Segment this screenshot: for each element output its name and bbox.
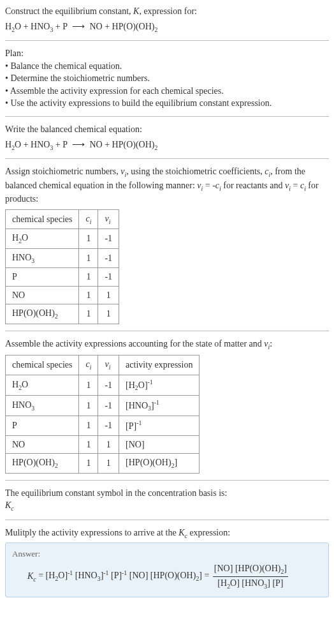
divider bbox=[5, 520, 329, 520]
species-cell: HP(O)(OH)2 bbox=[6, 304, 79, 324]
species-cell: NO bbox=[6, 286, 79, 304]
multiply-text: Mulitply the activity expressions to arr… bbox=[5, 527, 329, 541]
ci-cell: 1 bbox=[79, 454, 98, 474]
col-vi: νi bbox=[98, 356, 119, 375]
plan-bullet-3: • Assemble the activity expression for e… bbox=[5, 85, 329, 98]
species-cell: HNO3 bbox=[6, 396, 79, 416]
species-cell: HNO3 bbox=[6, 248, 79, 268]
answer-label: Answer: bbox=[12, 548, 322, 560]
intro-text: Construct the equilibrium constant, K, e… bbox=[5, 5, 329, 18]
answer-box: Answer: Kc = [H2O]-1 [HNO3]-1 [P]-1 [NO]… bbox=[5, 543, 329, 597]
plan-section: Plan: • Balance the chemical equation. •… bbox=[5, 47, 329, 110]
table-row: H2O 1 -1 [H2O]-1 bbox=[6, 375, 200, 395]
multiply-section: Mulitply the activity expressions to arr… bbox=[5, 527, 329, 598]
divider bbox=[5, 331, 329, 331]
table-row: HP(O)(OH)2 1 1 [HP(O)(OH)2] bbox=[6, 454, 200, 474]
activity-section: Assemble the activity expressions accoun… bbox=[5, 338, 329, 474]
vi-cell: -1 bbox=[98, 396, 119, 416]
table-header-row: chemical species ci νi activity expressi… bbox=[6, 356, 200, 375]
divider bbox=[5, 40, 329, 41]
table-header-row: chemical species ci νi bbox=[6, 209, 119, 229]
ci-cell: 1 bbox=[79, 304, 98, 324]
species-cell: H2O bbox=[6, 375, 79, 395]
ci-cell: 1 bbox=[79, 375, 98, 395]
vi-cell: -1 bbox=[98, 268, 119, 287]
symbol-section: The equilibrium constant symbol in the c… bbox=[5, 487, 329, 513]
plan-heading: Plan: bbox=[5, 47, 329, 60]
table-row: H2O 1 -1 bbox=[6, 229, 119, 249]
vi-cell: 1 bbox=[98, 304, 119, 324]
balanced-equation: H2O + HNO3 + P ⟶ NO + HP(O)(OH)2 bbox=[5, 139, 329, 153]
divider bbox=[5, 116, 329, 117]
activity-cell: [HP(O)(OH)2] bbox=[119, 454, 200, 474]
activity-cell: [HNO3]-1 bbox=[119, 396, 200, 416]
table-row: HNO3 1 -1 bbox=[6, 248, 119, 268]
vi-cell: 1 bbox=[98, 454, 119, 474]
table-row: P 1 -1 bbox=[6, 268, 119, 287]
vi-cell: 1 bbox=[98, 286, 119, 304]
symbol-kc: Kc bbox=[5, 499, 329, 513]
activity-table: chemical species ci νi activity expressi… bbox=[5, 355, 200, 473]
vi-cell: -1 bbox=[98, 416, 119, 435]
table-row: HNO3 1 -1 [HNO3]-1 bbox=[6, 396, 200, 416]
species-cell: NO bbox=[6, 435, 79, 454]
species-cell: P bbox=[6, 268, 79, 287]
activity-cell: [H2O]-1 bbox=[119, 375, 200, 395]
answer-equation: Kc = [H2O]-1 [HNO3]-1 [P]-1 [NO] [HP(O)(… bbox=[27, 562, 322, 590]
ci-cell: 1 bbox=[79, 435, 98, 454]
balanced-heading: Write the balanced chemical equation: bbox=[5, 123, 329, 136]
intro-equation: H2O + HNO3 + P ⟶ NO + HP(O)(OH)2 bbox=[5, 20, 329, 34]
table-row: NO 1 1 bbox=[6, 286, 119, 304]
col-ci: ci bbox=[79, 209, 98, 229]
ci-cell: 1 bbox=[79, 396, 98, 416]
intro-section: Construct the equilibrium constant, K, e… bbox=[5, 5, 329, 34]
species-cell: HP(O)(OH)2 bbox=[6, 454, 79, 474]
activity-cell: [P]-1 bbox=[119, 416, 200, 435]
ci-cell: 1 bbox=[79, 416, 98, 435]
col-species: chemical species bbox=[6, 209, 79, 229]
ci-cell: 1 bbox=[79, 229, 98, 249]
ci-cell: 1 bbox=[79, 248, 98, 268]
col-ci: ci bbox=[79, 356, 98, 375]
col-vi: νi bbox=[98, 209, 119, 229]
divider bbox=[5, 480, 329, 481]
col-species: chemical species bbox=[6, 356, 79, 375]
symbol-text: The equilibrium constant symbol in the c… bbox=[5, 487, 329, 500]
plan-bullet-1: • Balance the chemical equation. bbox=[5, 60, 329, 73]
species-cell: P bbox=[6, 416, 79, 435]
vi-cell: 1 bbox=[98, 435, 119, 454]
table-row: HP(O)(OH)2 1 1 bbox=[6, 304, 119, 324]
table-row: NO 1 1 [NO] bbox=[6, 435, 200, 454]
plan-bullet-4: • Use the activity expressions to build … bbox=[5, 97, 329, 110]
vi-cell: -1 bbox=[98, 375, 119, 395]
activity-text: Assemble the activity expressions accoun… bbox=[5, 338, 329, 352]
vi-cell: -1 bbox=[98, 229, 119, 249]
ci-cell: 1 bbox=[79, 286, 98, 304]
ci-cell: 1 bbox=[79, 268, 98, 287]
divider bbox=[5, 158, 329, 159]
table-row: P 1 -1 [P]-1 bbox=[6, 416, 200, 435]
stoich-table: chemical species ci νi H2O 1 -1 HNO3 1 -… bbox=[5, 209, 119, 324]
col-activity: activity expression bbox=[119, 356, 200, 375]
plan-bullet-2: • Determine the stoichiometric numbers. bbox=[5, 72, 329, 85]
stoich-text: Assign stoichiometric numbers, νi, using… bbox=[5, 165, 329, 206]
species-cell: H2O bbox=[6, 229, 79, 249]
balanced-section: Write the balanced chemical equation: H2… bbox=[5, 123, 329, 152]
vi-cell: -1 bbox=[98, 248, 119, 268]
stoich-section: Assign stoichiometric numbers, νi, using… bbox=[5, 165, 329, 324]
activity-cell: [NO] bbox=[119, 435, 200, 454]
